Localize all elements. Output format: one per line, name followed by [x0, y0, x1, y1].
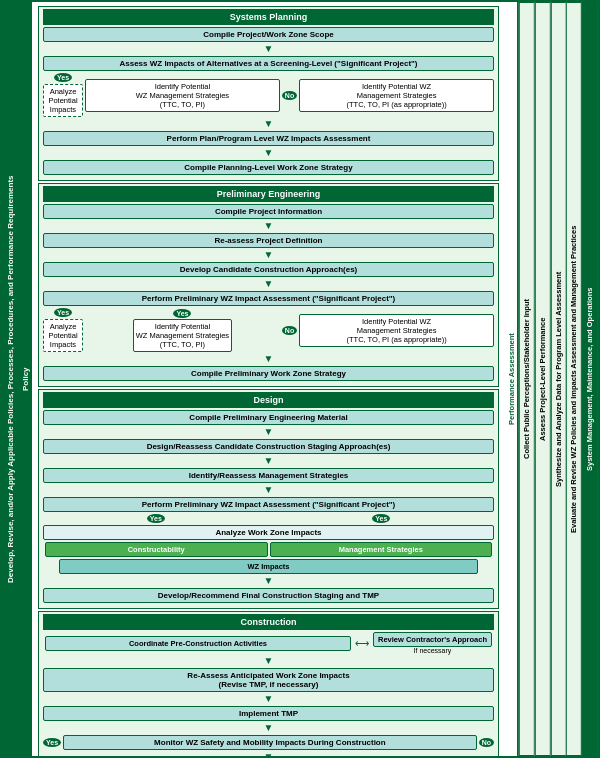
identify-no-box-2: Identify Potential WZ Management Strateg…: [299, 314, 494, 347]
policy-label: Policy: [18, 2, 32, 756]
design-block: Design Compile Preliminary Engineering M…: [38, 389, 499, 609]
identify-no-box-1: Identify Potential WZ Management Strateg…: [299, 79, 494, 112]
compile-prelim-wz-box: Compile Preliminary Work Zone Strategy: [43, 366, 494, 381]
systems-planning-header: Systems Planning: [43, 9, 494, 25]
arrow15: ▼: [39, 752, 498, 756]
monitor-wz-box: Monitor WZ Safety and Mobility Impacts D…: [63, 735, 477, 750]
arrow10: ▼: [39, 485, 498, 495]
yes-badge-5: Yes: [372, 514, 390, 523]
performance-assessment-label: Performance Assessment: [505, 2, 518, 756]
yes-badge-6: Yes: [43, 738, 61, 747]
wz-impacts-row: Constructability Management Strategies: [45, 542, 492, 557]
arrow4: ▼: [39, 221, 498, 231]
arrow14: ▼: [39, 723, 498, 733]
systems-planning-block: Systems Planning Compile Project/Work Zo…: [38, 6, 499, 181]
design-reassess-box: Design/Reassess Candidate Construction S…: [43, 439, 494, 454]
yes-badge-2: Yes: [54, 308, 72, 317]
prelim-engineering-block: Preliminary Engineering Compile Project …: [38, 183, 499, 387]
right-panel-3: Synthesize and Analyze Data for Program …: [551, 2, 567, 756]
right-panel-1: Collect Public Perceptions/Stakeholder I…: [519, 2, 535, 756]
perform-prelim-wz-box: Perform Preliminary WZ Impact Assessment…: [43, 291, 494, 306]
coord-preconstruction-box: Coordinate Pre-Construction Activities: [45, 636, 351, 651]
design-yes-row: Yes Yes: [43, 514, 494, 523]
compile-planning-box: Compile Planning-Level Work Zone Strateg…: [43, 160, 494, 175]
management-strategies-box: Management Strategies: [270, 542, 493, 557]
reassess-anticipated-box: Re-Assess Anticipated Work Zone Impacts …: [43, 668, 494, 692]
develop-candidate-box: Develop Candidate Construction Approach(…: [43, 262, 494, 277]
right-panels: Collect Public Perceptions/Stakeholder I…: [518, 2, 598, 756]
analyze-impacts-box-1: Analyze Potential Impacts: [43, 84, 82, 117]
prelim-engineering-header: Preliminary Engineering: [43, 186, 494, 202]
construction-header: Construction: [43, 614, 494, 630]
construction-block: Construction Coordinate Pre-Construction…: [38, 611, 499, 756]
arrow-coord: ⟷: [355, 638, 369, 649]
no-badge-1: No: [282, 91, 297, 100]
main-container: Develop, Revise, and/or Apply Applicable…: [0, 0, 600, 758]
wz-impacts-center-box: WZ Impacts: [59, 559, 478, 574]
arrow8: ▼: [39, 427, 498, 437]
systems-decision-row: Yes Analyze Potential Impacts Identify P…: [43, 73, 494, 117]
perform-prelim-wz-design-box: Perform Preliminary WZ Impact Assessment…: [43, 497, 494, 512]
right-panel-2: Assess Project-Level Performance: [535, 2, 551, 756]
arrow5: ▼: [39, 250, 498, 260]
design-header: Design: [43, 392, 494, 408]
arrow12: ▼: [39, 656, 498, 666]
yes-badge-1: Yes: [54, 73, 72, 82]
compile-prelim-eng-box: Compile Preliminary Engineering Material: [43, 410, 494, 425]
identify-yes-box-2: Identify Potential WZ Management Strateg…: [133, 319, 232, 352]
main-content-area: Policy Systems Planning Compile Project/…: [18, 2, 518, 756]
identify-reassess-box: Identify/Reassess Management Strategies: [43, 468, 494, 483]
arrow11: ▼: [39, 576, 498, 586]
prelim-decision-row: Yes Analyze Potential Impacts Yes Identi…: [43, 308, 494, 352]
right-panel-4: Evaluate and Revise WZ Policies and Impa…: [566, 2, 582, 756]
reassess-project-def-box: Re-assess Project Definition: [43, 233, 494, 248]
identify-yes-box-1: Identify Potential WZ Management Strateg…: [85, 79, 280, 112]
analyze-impacts-box-2: Analyze Potential Impacts: [43, 319, 82, 352]
perform-plan-box: Perform Plan/Program Level WZ Impacts As…: [43, 131, 494, 146]
if-necessary-label: If necessary: [414, 647, 452, 654]
arrow13: ▼: [39, 694, 498, 704]
develop-recommend-box: Develop/Recommend Final Construction Sta…: [43, 588, 494, 603]
implement-tmp-box: Implement TMP: [43, 706, 494, 721]
arrow6: ▼: [39, 279, 498, 289]
left-policy-label: Develop, Revise, and/or Apply Applicable…: [2, 2, 18, 756]
yes-badge-4: Yes: [147, 514, 165, 523]
arrow3: ▼: [39, 148, 498, 158]
compile-scope-box: Compile Project/Work Zone Scope: [43, 27, 494, 42]
compile-project-info-box: Compile Project Information: [43, 204, 494, 219]
flow-content: Systems Planning Compile Project/Work Zo…: [32, 2, 505, 756]
no-badge-2: No: [282, 326, 297, 335]
review-contractor-box: Review Contractor's Approach: [373, 632, 492, 647]
assess-wz-impacts-box: Assess WZ Impacts of Alternatives at a S…: [43, 56, 494, 71]
right-panel-5: System Management, Maintenance, and Oper…: [582, 2, 598, 756]
arrow1: ▼: [39, 44, 498, 54]
monitor-decision-row: Yes Monitor WZ Safety and Mobility Impac…: [43, 733, 494, 752]
no-badge-3: No: [479, 738, 494, 747]
arrow9: ▼: [39, 456, 498, 466]
analyze-wz-impacts-box: Analyze Work Zone Impacts: [43, 525, 494, 540]
yes-badge-3: Yes: [173, 309, 191, 318]
arrow7: ▼: [39, 354, 498, 364]
constructability-box: Constructability: [45, 542, 268, 557]
arrow2: ▼: [39, 119, 498, 129]
coord-review-row: Coordinate Pre-Construction Activities ⟷…: [45, 632, 492, 654]
